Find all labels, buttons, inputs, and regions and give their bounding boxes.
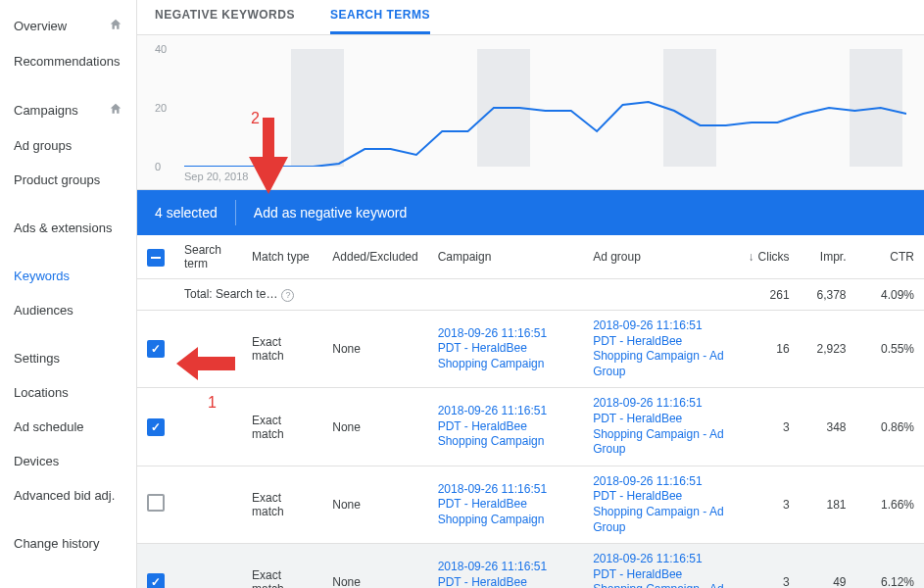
cell-search-term: [174, 311, 242, 388]
sidebar-item-settings[interactable]: Settings: [0, 341, 136, 375]
sidebar-item-label: Keywords: [14, 269, 70, 283]
col-ctr[interactable]: CTR: [856, 235, 925, 279]
home-icon: [109, 102, 122, 119]
sidebar-item-locations[interactable]: Locations: [0, 375, 136, 410]
sidebar: OverviewRecommendationsCampaignsAd group…: [0, 0, 137, 588]
sidebar-item-label: Recommendations: [14, 54, 120, 69]
sidebar-item-label: Settings: [14, 351, 60, 366]
col-ad-group[interactable]: Ad group: [583, 235, 738, 279]
sidebar-item-label: Campaigns: [14, 103, 78, 118]
total-label: Total: Search te…: [184, 287, 277, 301]
campaign-link[interactable]: 2018-09-26 11:16:51 PDT - HeraldBee Shop…: [438, 326, 547, 370]
adgroup-link[interactable]: 2018-09-26 11:16:51 PDT - HeraldBee Shop…: [593, 552, 723, 588]
sidebar-item-label: Change history: [14, 536, 99, 551]
tab-negative-keywords[interactable]: NEGATIVE KEYWORDS: [155, 0, 295, 34]
sidebar-item-recommendations[interactable]: Recommendations: [0, 44, 136, 78]
table-row: Exact matchNone2018-09-26 11:16:51 PDT -…: [137, 388, 924, 466]
cell-clicks: 3: [739, 388, 800, 466]
annotation-label-1: 1: [208, 394, 217, 412]
tabs: NEGATIVE KEYWORDSSEARCH TERMS: [137, 0, 924, 35]
total-row: Total: Search te…? 261 6,378 4.09%: [137, 279, 924, 311]
sidebar-item-ad-schedule[interactable]: Ad schedule: [0, 410, 136, 444]
help-icon[interactable]: ?: [281, 289, 294, 302]
sidebar-item-advanced-bid-adj-[interactable]: Advanced bid adj.: [0, 478, 136, 513]
sidebar-item-label: Advanced bid adj.: [14, 488, 115, 503]
row-checkbox[interactable]: [147, 494, 165, 512]
cell-impr: 49: [800, 544, 856, 588]
cell-added: None: [322, 466, 427, 543]
select-all-checkbox[interactable]: [147, 249, 165, 267]
sidebar-item-overview[interactable]: Overview: [0, 8, 136, 44]
sort-desc-icon: ↓: [749, 250, 754, 264]
cell-clicks: 16: [739, 311, 800, 388]
col-impr[interactable]: Impr.: [800, 235, 856, 279]
sidebar-item-label: Audiences: [14, 303, 73, 318]
col-added-excluded[interactable]: Added/Excluded: [322, 235, 427, 279]
cell-added: None: [322, 544, 427, 588]
chart-ytick: 40: [155, 43, 167, 55]
cell-ctr: 0.86%: [856, 388, 925, 466]
adgroup-link[interactable]: 2018-09-26 11:16:51 PDT - HeraldBee Shop…: [593, 318, 723, 378]
total-impr: 6,378: [800, 279, 856, 311]
sidebar-item-product-groups[interactable]: Product groups: [0, 163, 136, 197]
table-row: Exact matchNone2018-09-26 11:16:51 PDT -…: [137, 544, 924, 588]
col-search-term[interactable]: Search term: [174, 235, 242, 279]
row-checkbox[interactable]: [147, 573, 165, 588]
cell-impr: 2,923: [800, 311, 856, 388]
chart-ytick: 0: [155, 161, 161, 172]
sidebar-item-change-history[interactable]: Change history: [0, 526, 136, 561]
cell-added: None: [322, 311, 427, 388]
sidebar-item-label: Ads & extensions: [14, 220, 112, 235]
add-negative-keyword-button[interactable]: Add as negative keyword: [254, 205, 407, 220]
sidebar-item-ads-extensions[interactable]: Ads & extensions: [0, 211, 136, 245]
cell-impr: 348: [800, 388, 856, 466]
cell-search-term: [174, 544, 242, 588]
cell-impr: 181: [800, 466, 856, 543]
row-checkbox[interactable]: [147, 340, 165, 358]
divider: [235, 200, 236, 225]
adgroup-link[interactable]: 2018-09-26 11:16:51 PDT - HeraldBee Shop…: [593, 396, 723, 456]
cell-ctr: 6.12%: [856, 544, 925, 588]
tab-search-terms[interactable]: SEARCH TERMS: [330, 0, 430, 34]
cell-search-term: [174, 466, 242, 543]
sidebar-item-campaigns[interactable]: Campaigns: [0, 92, 136, 128]
sidebar-item-audiences[interactable]: Audiences: [0, 293, 136, 327]
sidebar-item-ad-groups[interactable]: Ad groups: [0, 128, 136, 163]
campaign-link[interactable]: 2018-09-26 11:16:51 PDT - HeraldBee Shop…: [438, 482, 547, 526]
cell-match-type: Exact match: [242, 388, 322, 466]
annotation-label-2: 2: [251, 110, 260, 127]
total-ctr: 4.09%: [856, 279, 925, 311]
sidebar-item-keywords[interactable]: Keywords: [0, 259, 136, 293]
campaign-link[interactable]: 2018-09-26 11:16:51 PDT - HeraldBee Shop…: [438, 404, 547, 448]
sidebar-item-label: Ad groups: [14, 138, 72, 153]
cell-ctr: 0.55%: [856, 311, 925, 388]
col-clicks[interactable]: ↓Clicks: [739, 235, 800, 279]
col-match-type[interactable]: Match type: [242, 235, 322, 279]
cell-match-type: Exact match: [242, 544, 322, 588]
campaign-link[interactable]: 2018-09-26 11:16:51 PDT - HeraldBee Shop…: [438, 560, 547, 588]
main-panel: NEGATIVE KEYWORDSSEARCH TERMS Sep 20, 20…: [137, 0, 924, 588]
table-row: Exact matchNone2018-09-26 11:16:51 PDT -…: [137, 466, 924, 543]
home-icon: [109, 18, 122, 34]
cell-match-type: Exact match: [242, 311, 322, 388]
cell-match-type: Exact match: [242, 466, 322, 543]
row-checkbox[interactable]: [147, 418, 165, 436]
search-terms-table: Search term Match type Added/Excluded Ca…: [137, 235, 924, 588]
col-campaign[interactable]: Campaign: [428, 235, 583, 279]
sidebar-item-label: Devices: [14, 454, 59, 468]
table-row: Exact matchNone2018-09-26 11:16:51 PDT -…: [137, 311, 924, 388]
sidebar-item-label: Locations: [14, 385, 69, 400]
cell-added: None: [322, 388, 427, 466]
chart-line: [184, 49, 906, 167]
sidebar-item-label: Overview: [14, 19, 67, 33]
sidebar-item-devices[interactable]: Devices: [0, 444, 136, 478]
table-scroll[interactable]: Search term Match type Added/Excluded Ca…: [137, 235, 924, 588]
sidebar-item-label: Product groups: [14, 172, 100, 187]
adgroup-link[interactable]: 2018-09-26 11:16:51 PDT - HeraldBee Shop…: [593, 474, 723, 534]
cell-ctr: 1.66%: [856, 466, 925, 543]
selection-action-bar: 4 selected Add as negative keyword: [137, 190, 924, 235]
sidebar-item-label: Ad schedule: [14, 419, 84, 434]
cell-clicks: 3: [739, 544, 800, 588]
chart-xlabel: Sep 20, 2018: [184, 171, 248, 182]
selected-count: 4 selected: [155, 205, 235, 220]
